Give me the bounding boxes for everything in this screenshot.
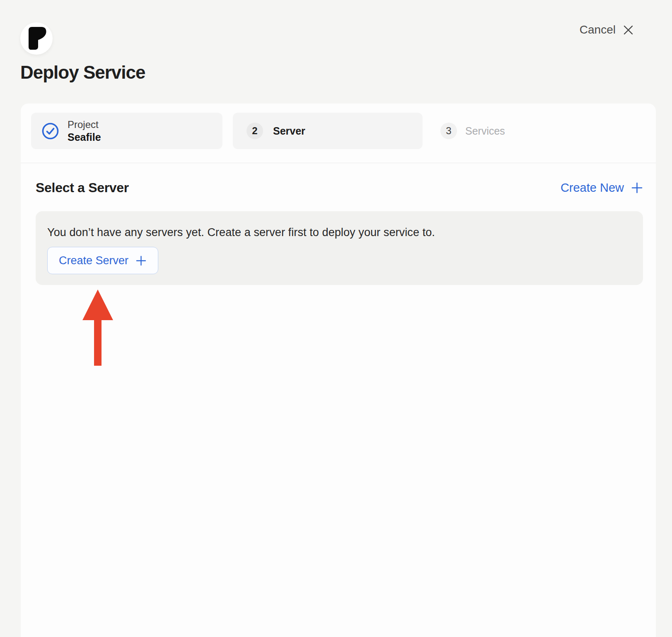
step-project[interactable]: Project Seafile — [31, 113, 222, 149]
create-server-label: Create Server — [59, 254, 128, 267]
step-server-label: Server — [273, 125, 305, 137]
create-new-label: Create New — [561, 181, 624, 195]
plus-icon — [631, 182, 643, 194]
app-logo — [20, 22, 53, 55]
empty-state-message: You don’t have any servers yet. Create a… — [47, 226, 435, 239]
step-server-number-badge: 2 — [247, 123, 263, 139]
check-circle-icon — [41, 122, 59, 140]
server-section-header: Select a Server Create New — [36, 175, 643, 200]
empty-server-state: You don’t have any servers yet. Create a… — [36, 211, 643, 285]
close-icon — [623, 24, 634, 36]
step-services-number-badge: 3 — [440, 123, 457, 139]
app-logo-icon — [29, 27, 46, 50]
step-project-label: Project — [68, 118, 101, 131]
step-server: 2 Server — [233, 113, 423, 149]
step-services-label: Services — [465, 125, 505, 137]
page-title: Deploy Service — [20, 62, 145, 83]
step-project-value: Seafile — [68, 131, 101, 144]
cancel-button[interactable]: Cancel — [580, 23, 634, 36]
create-new-button[interactable]: Create New — [561, 181, 643, 195]
annotation-arrow-icon — [82, 290, 113, 366]
plus-icon — [135, 255, 147, 266]
select-server-heading: Select a Server — [36, 180, 129, 195]
steps-divider — [21, 163, 656, 163]
deploy-wizard-panel: Project Seafile 2 Server 3 Services Sele… — [21, 104, 656, 637]
cancel-label: Cancel — [580, 23, 616, 36]
step-project-text: Project Seafile — [68, 118, 101, 144]
step-services: 3 Services — [440, 113, 505, 149]
deploy-service-page: { "header": { "title": "Deploy Service",… — [0, 0, 672, 637]
create-server-button[interactable]: Create Server — [47, 247, 158, 274]
